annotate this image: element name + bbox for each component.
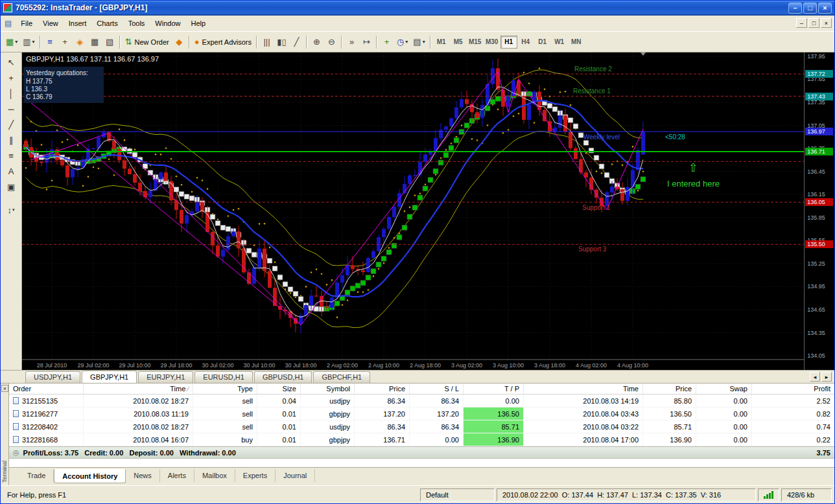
history-row[interactable]: 3122084022010.08.02 18:27sell0.01usdjpy8… (9, 420, 834, 433)
timeframe-h4[interactable]: H4 (517, 36, 534, 49)
price-level-badge: 136.05 (805, 198, 833, 206)
child-minimize-button[interactable]: – (796, 18, 807, 28)
line-chart-button[interactable]: ╱ (289, 35, 304, 49)
history-cell: 136.90 (642, 433, 696, 446)
column-symbol[interactable]: Symbol (300, 384, 354, 394)
history-cell: 85.71 (463, 420, 523, 433)
expert-advisors-button[interactable]: ●Expert Advisors (192, 35, 254, 49)
auto-scroll-button[interactable]: » (344, 35, 359, 49)
timeframe-m5[interactable]: M5 (450, 36, 467, 49)
column-size[interactable]: Size (257, 384, 300, 394)
menu-view[interactable]: View (38, 17, 64, 29)
column-order[interactable]: Order (9, 384, 83, 394)
close-button[interactable]: × (818, 3, 832, 14)
column-profit[interactable]: Profit (751, 384, 834, 394)
timeframe-h1[interactable]: H1 (500, 36, 517, 49)
svg-text:3 Aug 02:00: 3 Aug 02:00 (451, 362, 482, 369)
svg-text:I entered here: I entered here (667, 179, 720, 189)
vertical-line-tool-button[interactable]: │ (3, 86, 19, 101)
text-label-tool-button[interactable]: ▣ (3, 179, 19, 194)
menu-file[interactable]: File (16, 17, 38, 29)
new-chart-button[interactable]: ▦▾ (3, 35, 20, 49)
timeframe-d1[interactable]: D1 (534, 36, 551, 49)
cursor-tool-button[interactable]: ↖ (3, 54, 19, 70)
column-time-open[interactable]: Time∕ (83, 384, 193, 394)
timeframe-m30[interactable]: M30 (484, 36, 500, 49)
market-watch-button[interactable]: ≡ (43, 35, 58, 49)
chart-tab-eurusd[interactable]: EURUSD,H1 (194, 371, 253, 383)
metaeditor-button[interactable]: ◆ (172, 35, 187, 49)
terminal-side-strip: × Terminal (1, 384, 9, 485)
column-tp[interactable]: T / P (463, 384, 523, 394)
chart-tab-eurjpy[interactable]: EURJPY,H1 (138, 371, 193, 383)
terminal-tab-journal[interactable]: Journal (276, 469, 315, 482)
arrows-tool-button[interactable]: ↕▾ (3, 202, 19, 218)
order-doc-icon (13, 423, 19, 430)
candlestick-chart-button[interactable]: ▮▯ (274, 35, 289, 49)
column-price-open[interactable]: Price (354, 384, 409, 394)
svg-text:Support 3: Support 3 (578, 246, 607, 253)
menu-insert[interactable]: Insert (64, 17, 92, 29)
channel-tool-button[interactable]: ∥ (3, 132, 19, 148)
menu-charts[interactable]: Charts (91, 17, 123, 29)
tab-scroll-left-button[interactable]: ◂ (810, 372, 820, 382)
terminal-tab-news[interactable]: News (126, 469, 160, 482)
terminal-tab-mailbox[interactable]: Mailbox (194, 469, 235, 482)
child-close-button[interactable]: × (821, 18, 832, 28)
trendline-tool-button[interactable]: ╱ (3, 117, 19, 132)
terminal-tab-experts[interactable]: Experts (235, 469, 276, 482)
chart-shift-button[interactable]: ↦ (359, 35, 374, 49)
history-row[interactable]: 3121551352010.08.02 18:27sell0.04usdjpy8… (9, 395, 834, 407)
price-axis-label: 134.05 (807, 352, 825, 359)
periods-button[interactable]: ◷▾ (394, 35, 410, 49)
horizontal-line-tool-button[interactable]: ─ (3, 101, 19, 117)
svg-text:2 Aug 02:00: 2 Aug 02:00 (327, 362, 358, 369)
zoom-out-button[interactable]: ⊖ (324, 35, 339, 49)
zoom-in-button[interactable]: ⊕ (309, 35, 324, 49)
column-sl[interactable]: S / L (409, 384, 463, 394)
chart-canvas[interactable]: 28 Jul 201029 Jul 02:0029 Jul 10:0029 Ju… (22, 52, 804, 370)
terminal-close-button[interactable]: × (1, 385, 8, 392)
menu-tools[interactable]: Tools (123, 17, 150, 29)
terminal-tab-account-history[interactable]: Account History (54, 469, 126, 483)
timeframe-m15[interactable]: M15 (467, 36, 484, 49)
terminal-button[interactable]: ▦ (88, 35, 102, 49)
chart-tab-gbpjpy[interactable]: GBPJPY,H1 (82, 371, 137, 383)
timeframe-m1[interactable]: M1 (433, 36, 450, 49)
column-time-close[interactable]: Time (523, 384, 642, 394)
new-order-button[interactable]: ⇅New Order (123, 35, 172, 49)
text-tool-button[interactable]: A (3, 163, 19, 179)
history-row[interactable]: 3122816682010.08.04 16:07buy0.01gbpjpy13… (9, 433, 834, 446)
svg-text:GBPJPY,H1 136.67 137.11 136.6: GBPJPY,H1 136.67 137.11 136.67 136.97 (26, 55, 159, 63)
profiles-icon: ▥ (23, 37, 30, 47)
profiles-button[interactable]: ▥▾ (20, 35, 37, 49)
crosshair-tool-button[interactable]: + (3, 70, 19, 86)
indicators-button[interactable]: + (379, 35, 394, 49)
status-profile[interactable]: Default (420, 488, 495, 501)
column-type[interactable]: Type (193, 384, 257, 394)
terminal-tab-trade[interactable]: Trade (19, 469, 54, 482)
navigator-button[interactable]: ◈ (73, 35, 88, 49)
strategy-tester-button[interactable]: ▧ (102, 35, 117, 49)
child-restore-button[interactable]: □ (808, 18, 819, 28)
tab-scroll-right-button[interactable]: ▸ (821, 372, 832, 382)
maximize-button[interactable]: □ (803, 3, 817, 14)
timeframe-mn[interactable]: MN (568, 36, 585, 49)
terminal-tab-alerts[interactable]: Alerts (160, 469, 194, 482)
chart-tab-gbpchf[interactable]: GBPCHF,H1 (313, 371, 370, 383)
menu-help[interactable]: Help (185, 17, 211, 29)
fibonacci-tool-button[interactable]: ≡ (3, 148, 19, 163)
templates-button[interactable]: ▤▾ (410, 35, 427, 49)
menu-window[interactable]: Window (150, 17, 185, 29)
column-price-close[interactable]: Price (642, 384, 696, 394)
chart-tab-usdjpy[interactable]: USDJPY,H1 (25, 371, 80, 383)
timeframe-w1[interactable]: W1 (551, 36, 568, 49)
minimize-button[interactable]: – (788, 3, 802, 14)
data-window-button[interactable]: + (58, 35, 73, 49)
chart-tab-gbpusd[interactable]: GBPUSD,H1 (254, 371, 312, 383)
column-swap[interactable]: Swap (696, 384, 751, 394)
bar-chart-button[interactable]: ||| (259, 35, 274, 49)
order-doc-icon (13, 397, 19, 404)
price-axis[interactable]: 137.95137.65137.35137.05136.75136.45136.… (804, 52, 834, 370)
history-row[interactable]: 3121962772010.08.03 11:19sell0.01gbpjpy1… (9, 407, 834, 420)
